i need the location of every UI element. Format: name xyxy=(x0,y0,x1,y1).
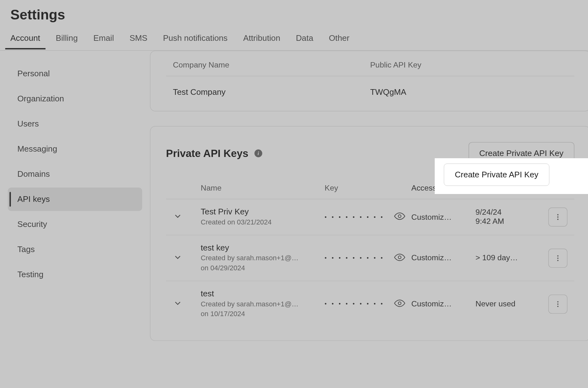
sidebar-item-messaging[interactable]: Messaging xyxy=(8,137,142,161)
access-value: Customiz… xyxy=(411,299,476,309)
row-actions-button[interactable] xyxy=(548,249,568,268)
col-header-company: Company Name xyxy=(173,61,370,70)
sidebar-item-apikeys[interactable]: API keys xyxy=(8,188,142,211)
svg-point-3 xyxy=(557,219,558,220)
api-key-name: test xyxy=(201,289,319,299)
api-key-name: Test Priv Key xyxy=(201,207,319,217)
row-actions-button[interactable] xyxy=(548,207,568,227)
table-row: Test Priv Key Created on 03/21/2024 • • … xyxy=(166,199,574,235)
col-header-key: Key xyxy=(325,184,411,193)
info-icon[interactable]: i xyxy=(254,149,262,157)
col-header-name: Name xyxy=(201,184,325,193)
tab-sms[interactable]: SMS xyxy=(129,30,147,49)
private-api-card: Private API Keys i Create Private API Ke… xyxy=(150,126,588,341)
api-key-meta-line2: on 04/29/2024 xyxy=(201,263,319,273)
sidebar-item-security[interactable]: Security xyxy=(8,213,142,236)
table-row: test key Created by sarah.mason+1@… on 0… xyxy=(166,235,574,281)
svg-point-8 xyxy=(398,302,401,304)
api-key-name: test key xyxy=(201,243,319,253)
public-api-card: Company Name Public API Key Test Company… xyxy=(150,51,588,111)
svg-point-4 xyxy=(398,256,401,259)
chevron-down-icon[interactable] xyxy=(173,252,182,264)
api-key-meta: Created on 03/21/2024 xyxy=(201,218,319,227)
sidebar-item-tags[interactable]: Tags xyxy=(8,238,142,261)
sidebar-item-testing[interactable]: Testing xyxy=(8,263,142,287)
svg-point-11 xyxy=(557,305,558,307)
tab-attribution[interactable]: Attribution xyxy=(243,30,280,49)
svg-point-10 xyxy=(557,303,558,304)
svg-point-7 xyxy=(557,260,558,261)
last-used-line2: 9:42 AM xyxy=(476,217,540,226)
eye-icon[interactable] xyxy=(394,297,405,310)
sidebar-item-personal[interactable]: Personal xyxy=(8,62,142,85)
sidebar-item-users[interactable]: Users xyxy=(8,112,142,136)
eye-icon[interactable] xyxy=(394,251,405,264)
tab-email[interactable]: Email xyxy=(93,30,114,49)
public-api-key-value: TWQgMA xyxy=(370,88,568,97)
access-value: Customiz… xyxy=(411,213,476,222)
svg-point-1 xyxy=(557,214,558,215)
sidebar-item-domains[interactable]: Domains xyxy=(8,163,142,186)
page-title: Settings xyxy=(0,0,588,30)
create-private-api-key-button-highlight[interactable]: Create Private API Key xyxy=(444,164,549,186)
tab-push[interactable]: Push notifications xyxy=(163,30,228,49)
settings-sidebar: Personal Organization Users Messaging Do… xyxy=(0,51,150,364)
private-keys-title: Private API Keys xyxy=(166,147,248,159)
api-key-meta: Created by sarah.mason+1@… xyxy=(201,254,319,263)
svg-point-5 xyxy=(557,255,558,256)
last-used-line1: > 109 day… xyxy=(476,254,540,263)
row-actions-button[interactable] xyxy=(548,294,568,314)
table-row: test Created by sarah.mason+1@… on 10/17… xyxy=(166,281,574,327)
col-header-public-key: Public API Key xyxy=(370,61,568,70)
api-key-meta-line2: on 10/17/2024 xyxy=(201,309,319,319)
last-used-line1: 9/24/24 xyxy=(476,208,540,217)
tab-account[interactable]: Account xyxy=(10,30,40,49)
last-used-line1: Never used xyxy=(476,299,540,309)
tab-billing[interactable]: Billing xyxy=(56,30,78,49)
eye-icon[interactable] xyxy=(394,211,405,224)
masked-key: • • • • • • • • • xyxy=(325,255,384,261)
svg-point-9 xyxy=(557,301,558,302)
api-key-meta: Created by sarah.mason+1@… xyxy=(201,299,319,309)
masked-key: • • • • • • • • • xyxy=(325,301,384,307)
company-name-value: Test Company xyxy=(173,88,370,97)
access-value: Customiz… xyxy=(411,254,476,263)
settings-tabs: Account Billing Email SMS Push notificat… xyxy=(0,30,588,51)
tab-data[interactable]: Data xyxy=(296,30,313,49)
chevron-down-icon[interactable] xyxy=(173,212,182,223)
sidebar-item-organization[interactable]: Organization xyxy=(8,87,142,110)
svg-point-2 xyxy=(557,217,558,218)
chevron-down-icon[interactable] xyxy=(173,298,182,310)
create-private-api-key-button[interactable]: Create Private API Key xyxy=(468,142,574,165)
masked-key: • • • • • • • • • xyxy=(325,214,384,220)
svg-point-6 xyxy=(557,257,558,259)
svg-point-0 xyxy=(398,215,401,218)
tab-other[interactable]: Other xyxy=(329,30,350,49)
